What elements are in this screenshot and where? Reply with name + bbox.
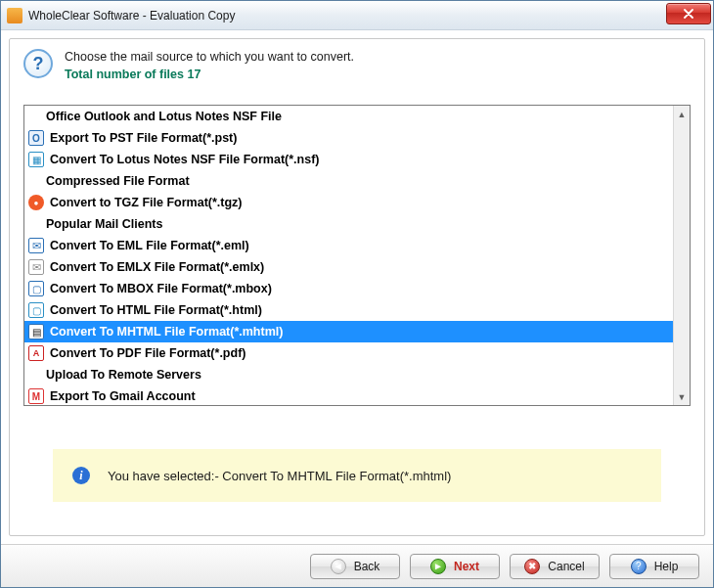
cancel-button[interactable]: ✖ Cancel	[510, 554, 600, 579]
list-item[interactable]: Convert To HTML File Format(*.html)	[24, 299, 673, 321]
next-label: Next	[454, 560, 479, 573]
ic-mhtml-icon	[28, 324, 44, 339]
next-button[interactable]: ► Next	[410, 554, 500, 579]
list-item-label: Convert To MBOX File Format(*.mbox)	[50, 282, 272, 295]
list-item[interactable]: Convert To Lotus Notes NSF File Format(*…	[24, 149, 673, 170]
list-item-label: Convert To HTML File Format(*.html)	[50, 303, 262, 317]
ic-nsf-icon	[28, 152, 44, 167]
list-item[interactable]: Convert To MBOX File Format(*.mbox)	[24, 278, 673, 299]
group-header-label: Popular Mail Clients	[46, 217, 162, 231]
scroll-down-button[interactable]: ▼	[674, 388, 690, 405]
list-item-label: Export To Gmail Account	[50, 389, 196, 403]
list-item[interactable]: Convert To EML File Format(*.eml)	[24, 235, 673, 256]
main-panel: ? Choose the mail source to which you wa…	[9, 38, 705, 536]
list-item-label: Convert to TGZ File Format(*.tgz)	[50, 196, 243, 209]
titlebar: WholeClear Software - Evaluation Copy	[1, 1, 713, 30]
question-icon: ?	[23, 49, 53, 78]
format-list-container: Office Outlook and Lotus Notes NSF FileE…	[23, 105, 691, 406]
app-icon	[7, 8, 22, 23]
group-header-label: Upload To Remote Servers	[46, 368, 201, 382]
list-item[interactable]: Convert to TGZ File Format(*.tgz)	[24, 192, 673, 213]
ic-pst-icon	[28, 130, 44, 146]
scrollbar[interactable]: ▲ ▼	[673, 106, 690, 405]
format-list[interactable]: Office Outlook and Lotus Notes NSF FileE…	[24, 106, 673, 405]
list-item[interactable]: Export To PST File Format(*.pst)	[24, 127, 673, 149]
list-item-label: Export To PST File Format(*.pst)	[50, 131, 237, 145]
list-item[interactable]: Convert To MHTML File Format(*.mhtml)	[24, 321, 673, 342]
close-button[interactable]	[666, 3, 711, 24]
close-icon	[684, 9, 693, 19]
cancel-label: Cancel	[548, 560, 584, 573]
list-item-label: Convert To EMLX File Format(*.emlx)	[50, 260, 264, 274]
instruction-line1: Choose the mail source to which you want…	[65, 49, 354, 67]
selection-notice: i You have selected:- Convert To MHTML F…	[53, 449, 661, 502]
instruction-row: ? Choose the mail source to which you wa…	[10, 39, 704, 89]
group-header-label: Compressed File Format	[46, 174, 190, 188]
notice-text: You have selected:- Convert To MHTML Fil…	[108, 469, 451, 483]
ic-gmail-icon	[28, 388, 44, 404]
back-button[interactable]: ◄ Back	[310, 554, 400, 579]
window-title: WholeClear Software - Evaluation Copy	[28, 9, 235, 23]
list-item[interactable]: Convert To PDF File Format(*.pdf)	[24, 342, 673, 364]
help-label: Help	[654, 560, 679, 573]
list-item-label: Convert To Lotus Notes NSF File Format(*…	[50, 153, 319, 166]
titlebar-left: WholeClear Software - Evaluation Copy	[7, 8, 235, 23]
back-arrow-icon: ◄	[331, 559, 346, 574]
group-header-label: Office Outlook and Lotus Notes NSF File	[46, 110, 282, 123]
ic-html-icon	[28, 302, 44, 318]
instruction-text: Choose the mail source to which you want…	[65, 49, 354, 83]
ic-mbox-icon	[28, 281, 44, 296]
list-group-header: Popular Mail Clients	[24, 213, 673, 235]
scroll-up-button[interactable]: ▲	[674, 106, 690, 122]
list-item[interactable]: Export To Gmail Account	[24, 385, 673, 405]
body: ? Choose the mail source to which you wa…	[1, 30, 713, 544]
next-arrow-icon: ►	[430, 559, 446, 574]
ic-pdf-icon	[28, 345, 44, 361]
list-group-header: Office Outlook and Lotus Notes NSF File	[24, 106, 673, 127]
help-button[interactable]: ? Help	[609, 554, 699, 579]
ic-emlx-icon	[28, 259, 44, 275]
notice-value: Convert To MHTML File Format(*.mhtml)	[222, 469, 451, 483]
info-icon: i	[72, 467, 90, 484]
app-window: WholeClear Software - Evaluation Copy ? …	[0, 0, 714, 588]
help-icon: ?	[631, 559, 647, 574]
back-label: Back	[354, 560, 380, 573]
list-item-label: Convert To PDF File Format(*.pdf)	[50, 346, 245, 360]
instruction-line2: Total number of files 17	[65, 67, 354, 84]
scroll-track[interactable]	[674, 122, 690, 388]
cancel-icon: ✖	[524, 559, 540, 574]
list-group-header: Compressed File Format	[24, 170, 673, 192]
footer: ◄ Back ► Next ✖ Cancel ? Help	[1, 544, 713, 587]
ic-eml-icon	[28, 238, 44, 253]
list-item-label: Convert To MHTML File Format(*.mhtml)	[50, 325, 283, 339]
list-item-label: Convert To EML File Format(*.eml)	[50, 239, 249, 252]
ic-tgz-icon	[28, 195, 44, 210]
notice-prefix: You have selected:-	[108, 469, 222, 483]
list-group-header: Upload To Remote Servers	[24, 364, 673, 385]
list-item[interactable]: Convert To EMLX File Format(*.emlx)	[24, 256, 673, 278]
